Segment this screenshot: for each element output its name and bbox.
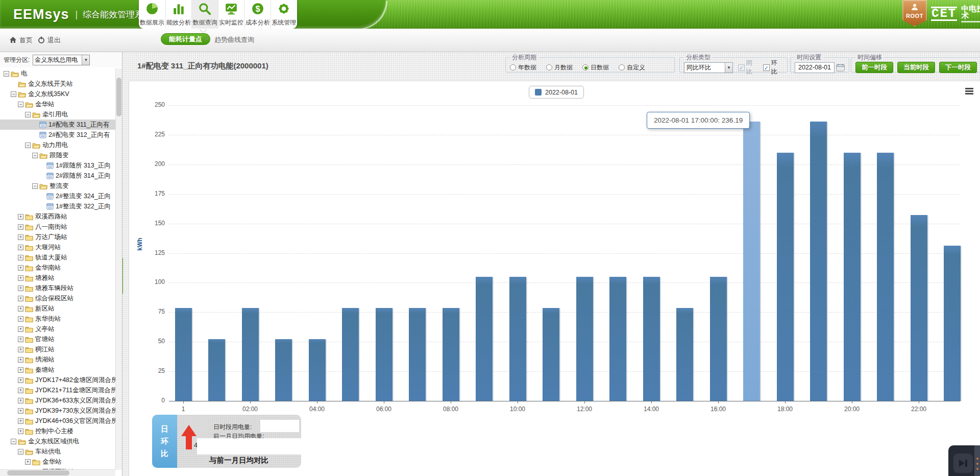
tab-energy-metering-point[interactable]: 能耗计量点	[161, 33, 210, 45]
tree-item[interactable]: 2#配电变 312_正向有	[0, 130, 115, 140]
bar-hour-18[interactable]	[777, 153, 794, 401]
collapse-expander-icon[interactable]: −	[32, 183, 38, 189]
nav-item-5[interactable]: $成本分析	[244, 0, 271, 29]
tree-item[interactable]: 1#整流变 322_正向	[0, 201, 115, 211]
nav-item-6[interactable]: 系统管理	[271, 0, 297, 29]
bar-hour-14[interactable]	[643, 277, 660, 401]
expand-expander-icon[interactable]: +	[18, 245, 23, 250]
tree-vertical-scrollbar[interactable]	[115, 68, 122, 470]
bar-hour-9[interactable]	[476, 277, 493, 401]
expand-expander-icon[interactable]: +	[18, 255, 23, 260]
tree-item[interactable]: 2#整流变 324_正向	[0, 191, 115, 201]
expand-expander-icon[interactable]: +	[18, 326, 23, 332]
collapse-expander-icon[interactable]: −	[4, 71, 9, 77]
collapse-expander-icon[interactable]: −	[11, 91, 16, 97]
radio-月数据[interactable]: 月数据	[546, 63, 573, 72]
chart-menu-icon[interactable]	[965, 88, 973, 96]
tree-item[interactable]: +金华站	[0, 457, 115, 467]
expand-expander-icon[interactable]: +	[18, 398, 23, 403]
expand-expander-icon[interactable]: +	[18, 265, 23, 271]
bar-hour-3[interactable]	[275, 339, 292, 401]
tree-item[interactable]: +绣湖站	[0, 354, 115, 365]
bar-hour-11[interactable]	[543, 308, 559, 401]
play-skip-icon[interactable]	[953, 454, 973, 473]
calendar-icon[interactable]	[836, 63, 845, 72]
tree-item[interactable]: −金华站	[0, 99, 115, 109]
tree-item[interactable]: +官塘站	[0, 334, 115, 344]
bar-hour-16[interactable]	[710, 277, 727, 401]
bar-hour-15[interactable]	[676, 308, 693, 401]
bar-hour-10[interactable]	[509, 277, 526, 401]
tree-item[interactable]: +稠江站	[0, 344, 115, 354]
chart-legend[interactable]: 2022-08-01	[529, 86, 584, 99]
tree-item[interactable]: 1#配电变 311_正向有	[0, 120, 115, 130]
tree-item[interactable]: +义亭站	[0, 324, 115, 334]
expand-expander-icon[interactable]: +	[25, 459, 31, 465]
expand-expander-icon[interactable]: +	[18, 316, 23, 322]
tree-item[interactable]: 金义东线开关站	[0, 79, 115, 89]
bar-hour-13[interactable]	[609, 277, 626, 401]
tree-item[interactable]: +JYDK21+711金塘区间混合所	[0, 385, 115, 395]
expand-expander-icon[interactable]: +	[18, 418, 23, 424]
bar-hour-17[interactable]	[743, 122, 760, 401]
bar-hour-7[interactable]	[409, 308, 426, 401]
bar-hour-8[interactable]	[443, 308, 459, 401]
date-input[interactable]: 2022-08-01	[795, 62, 835, 73]
tree-item[interactable]: +八一南街站	[0, 222, 115, 232]
tree-item[interactable]: +秦塘站	[0, 365, 115, 375]
bar-hour-6[interactable]	[376, 308, 393, 401]
bar-hour-21[interactable]	[877, 153, 894, 401]
expand-expander-icon[interactable]: +	[18, 367, 23, 373]
tree-horizontal-scrollbar[interactable]	[0, 469, 115, 476]
collapse-expander-icon[interactable]: −	[25, 112, 31, 117]
collapse-expander-icon[interactable]: −	[32, 153, 38, 158]
tree-item[interactable]: −金义东线区域供电	[0, 436, 115, 446]
expand-expander-icon[interactable]: +	[18, 306, 23, 312]
expand-expander-icon[interactable]: +	[18, 337, 23, 342]
radio-日数据[interactable]: 日数据	[582, 63, 609, 72]
expand-expander-icon[interactable]: +	[18, 214, 23, 220]
tree-item[interactable]: 1#跟随所 313_正向	[0, 160, 115, 171]
collapse-expander-icon[interactable]: −	[11, 439, 16, 444]
logout-link[interactable]: 退出	[38, 36, 61, 45]
user-badge[interactable]: ROOT	[902, 0, 927, 27]
tree-item[interactable]: +JYDK36+633东义区间混合所	[0, 395, 115, 406]
expand-expander-icon[interactable]: +	[18, 377, 23, 383]
home-link[interactable]: 首页	[9, 36, 33, 45]
expand-expander-icon[interactable]: +	[18, 347, 23, 352]
analysis-type-select[interactable]: 同比环比 ▼	[684, 62, 733, 73]
nav-item-1[interactable]: 数据展示	[139, 0, 165, 29]
tab-trend-curve-query[interactable]: 趋势曲线查询	[214, 35, 254, 44]
tree-item[interactable]: −整流变	[0, 181, 115, 191]
bar-hour-5[interactable]	[342, 308, 359, 401]
current-period-button[interactable]: 当前时段	[897, 62, 935, 73]
tree-item[interactable]: +大堰河站	[0, 242, 115, 252]
tree-item[interactable]: +综合保税区站	[0, 293, 115, 303]
expand-expander-icon[interactable]: +	[18, 234, 23, 240]
bar-hour-12[interactable]	[576, 277, 593, 401]
tree-item[interactable]: +JYDK39+730东义区间混合所	[0, 406, 115, 416]
tree-item[interactable]: +东华街站	[0, 314, 115, 324]
checkbox-环比[interactable]: ✓环比	[763, 59, 783, 76]
tree-item[interactable]: −车站供电	[0, 446, 115, 457]
expand-expander-icon[interactable]: +	[18, 224, 23, 230]
collapse-expander-icon[interactable]: −	[25, 142, 31, 148]
expand-expander-icon[interactable]: +	[18, 408, 23, 414]
tree-item[interactable]: +控制中心主楼	[0, 426, 115, 436]
next-period-button[interactable]: 下一时段	[939, 62, 977, 73]
radio-自定义[interactable]: 自定义	[619, 63, 645, 72]
tree-item[interactable]: −动力用电	[0, 140, 115, 150]
prev-period-button[interactable]: 前一时段	[855, 62, 893, 73]
bar-hour-23[interactable]	[944, 246, 961, 401]
tree-item[interactable]: +新区站	[0, 303, 115, 314]
tree-item[interactable]: +塘雅车辆段站	[0, 283, 115, 293]
tree-item[interactable]: +塘雅站	[0, 273, 115, 283]
nav-item-4[interactable]: 实时监控	[218, 0, 244, 29]
bar-hour-1[interactable]	[208, 339, 225, 401]
scrollbar-thumb[interactable]	[7, 470, 69, 475]
tree-item[interactable]: +万达广场站	[0, 232, 115, 242]
collapse-expander-icon[interactable]: −	[18, 449, 23, 455]
bar-hour-0[interactable]	[175, 308, 192, 401]
tree-item[interactable]: 2#跟随所 314_正向	[0, 171, 115, 181]
expand-expander-icon[interactable]: +	[18, 296, 23, 301]
